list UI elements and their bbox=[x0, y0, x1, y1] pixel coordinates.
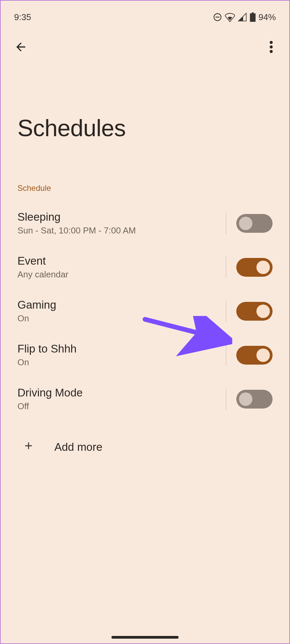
schedule-subtitle: Off bbox=[17, 401, 223, 412]
battery-icon bbox=[250, 12, 256, 22]
svg-point-0 bbox=[270, 41, 273, 44]
schedule-title: Gaming bbox=[17, 299, 223, 311]
schedule-title: Driving Mode bbox=[17, 386, 223, 399]
divider bbox=[226, 344, 226, 366]
schedule-title: Event bbox=[17, 255, 223, 267]
status-bar: 9:35 94% bbox=[1, 1, 289, 24]
schedule-subtitle: Sun - Sat, 10:00 PM - 7:00 AM bbox=[17, 225, 223, 236]
arrow-back-icon bbox=[14, 40, 28, 54]
status-time: 9:35 bbox=[14, 12, 31, 22]
schedule-item-driving-mode[interactable]: Driving Mode Off bbox=[17, 377, 273, 421]
toggle-flip-to-shhh[interactable] bbox=[236, 346, 273, 365]
toggle-event[interactable] bbox=[236, 258, 273, 277]
toggle-gaming[interactable] bbox=[236, 302, 273, 321]
plus-icon bbox=[23, 439, 34, 454]
divider bbox=[226, 213, 226, 234]
page-title: Schedules bbox=[1, 58, 289, 142]
add-more-label: Add more bbox=[54, 441, 102, 453]
add-more-button[interactable]: Add more bbox=[1, 421, 289, 465]
wifi-icon bbox=[225, 12, 235, 22]
status-icons: 94% bbox=[213, 12, 276, 22]
section-header: Schedule bbox=[1, 142, 289, 201]
signal-icon bbox=[238, 12, 247, 22]
nav-handle[interactable] bbox=[111, 636, 179, 639]
schedule-item-sleeping[interactable]: Sleeping Sun - Sat, 10:00 PM - 7:00 AM bbox=[17, 201, 273, 245]
schedule-item-flip-to-shhh[interactable]: Flip to Shhh On bbox=[17, 333, 273, 377]
schedule-subtitle: Any calendar bbox=[17, 269, 223, 280]
back-button[interactable] bbox=[13, 39, 29, 55]
schedule-list: Sleeping Sun - Sat, 10:00 PM - 7:00 AM E… bbox=[1, 201, 289, 421]
battery-percent: 94% bbox=[258, 12, 276, 22]
toggle-driving-mode[interactable] bbox=[236, 390, 273, 409]
dnd-icon bbox=[213, 12, 222, 22]
toggle-sleeping[interactable] bbox=[236, 214, 273, 233]
schedule-item-event[interactable]: Event Any calendar bbox=[17, 245, 273, 289]
more-vert-icon bbox=[270, 41, 273, 53]
divider bbox=[226, 257, 226, 278]
svg-point-2 bbox=[270, 50, 273, 53]
schedule-title: Flip to Shhh bbox=[17, 342, 223, 355]
schedule-title: Sleeping bbox=[17, 211, 223, 223]
divider bbox=[226, 301, 226, 322]
schedule-subtitle: On bbox=[17, 313, 223, 324]
schedule-item-gaming[interactable]: Gaming On bbox=[17, 289, 273, 333]
divider bbox=[226, 388, 226, 410]
svg-point-1 bbox=[270, 46, 273, 49]
app-bar bbox=[1, 24, 289, 58]
more-button[interactable] bbox=[263, 39, 279, 55]
schedule-subtitle: On bbox=[17, 357, 223, 368]
